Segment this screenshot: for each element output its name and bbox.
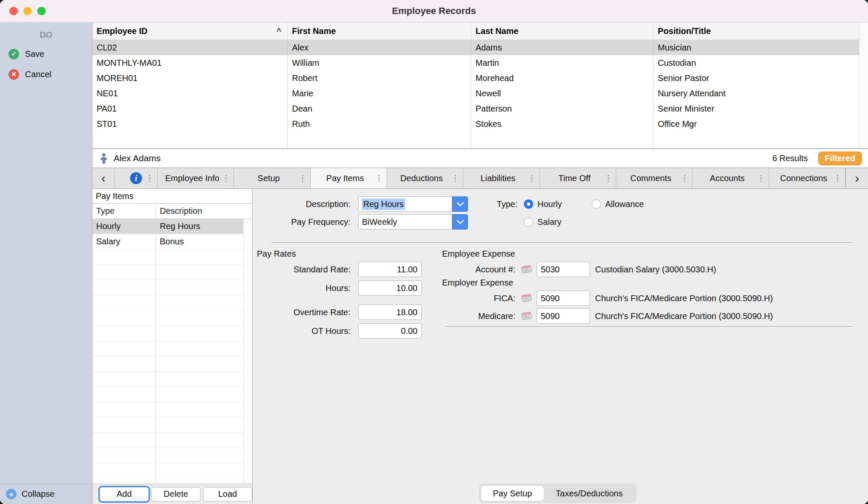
fica-label: FICA: xyxy=(442,294,515,303)
cell: Ruth xyxy=(287,116,471,132)
radio-allowance[interactable]: Allowance xyxy=(592,196,644,212)
tab-employee-info[interactable]: Employee Info⋮ xyxy=(158,168,234,188)
tab-label: Connections xyxy=(780,174,827,183)
tab-pay-setup[interactable]: Pay Setup xyxy=(481,486,544,501)
tab-connections[interactable]: Connections⋮ xyxy=(769,168,846,188)
column-header-last-name[interactable]: Last Name xyxy=(471,22,653,39)
description-dropdown-button[interactable] xyxy=(452,196,468,212)
employee-row-monthly-ma01[interactable]: MONTHLY-MA01WilliamMartinCustodian xyxy=(92,55,860,70)
medicare-label: Medicare: xyxy=(442,311,515,321)
cell: Patterson xyxy=(471,101,653,116)
account-lookup-icon[interactable] xyxy=(520,311,533,322)
radio-hourly[interactable]: Hourly xyxy=(524,196,562,212)
pay-items-list: HourlyReg HoursSalaryBonus xyxy=(92,219,252,484)
tab-menu-dots-icon[interactable]: ⋮ xyxy=(375,174,383,183)
tab-info[interactable]: i ⋮ xyxy=(115,168,158,188)
tab-pay-items[interactable]: Pay Items⋮ xyxy=(311,168,387,188)
tab-time-off[interactable]: Time Off⋮ xyxy=(540,168,616,188)
column-label: Last Name xyxy=(476,26,518,36)
tab-accounts[interactable]: Accounts⋮ xyxy=(693,168,769,188)
tab-setup[interactable]: Setup⋮ xyxy=(234,168,310,188)
sidebar-header: DO xyxy=(0,28,92,42)
pay-items-scrollbar[interactable] xyxy=(243,219,252,484)
pay-item-row-reg-hours[interactable]: HourlyReg Hours xyxy=(92,219,244,234)
description-field[interactable]: Reg Hours xyxy=(358,196,452,212)
cell: Musician xyxy=(653,40,860,55)
employee-row-pa01[interactable]: PA01DeanPattersonSenior Minister xyxy=(92,101,860,116)
account-number-label: Account #: xyxy=(442,265,515,274)
cell: Morehead xyxy=(471,70,653,86)
filtered-badge[interactable]: Filtered xyxy=(818,151,862,165)
load-button[interactable]: Load xyxy=(203,487,252,501)
employee-row-moreh01[interactable]: MOREH01RobertMoreheadSenior Pastor xyxy=(92,70,860,86)
minimize-window-button[interactable] xyxy=(23,7,32,15)
column-header-position-title[interactable]: Position/Title xyxy=(653,22,860,39)
radio-hourly-label: Hourly xyxy=(537,199,562,209)
tab-menu-dots-icon[interactable]: ⋮ xyxy=(604,174,612,183)
pay-frequency-dropdown-button[interactable] xyxy=(452,214,468,230)
description-value: Reg Hours xyxy=(362,199,405,210)
medicare-account-input[interactable] xyxy=(537,308,590,324)
chevron-down-icon xyxy=(457,220,464,224)
pay-item-empty-row xyxy=(92,311,244,326)
tab-label: Deductions xyxy=(401,174,443,183)
column-header-first-name[interactable]: First Name xyxy=(287,22,471,39)
fica-account-input[interactable] xyxy=(537,291,590,306)
cell xyxy=(92,249,156,264)
tab-taxes-deductions[interactable]: Taxes/Deductions xyxy=(544,486,634,501)
overtime-rate-input[interactable] xyxy=(358,305,422,320)
tab-label: Comments xyxy=(630,174,671,183)
main-area: DO ✓ Save ✕ Cancel « Collapse Employee I… xyxy=(0,22,868,504)
sidebar: DO ✓ Save ✕ Cancel « Collapse xyxy=(0,22,92,504)
column-header-employee-id[interactable]: Employee ID^ xyxy=(92,22,287,39)
collapse-button[interactable]: « Collapse xyxy=(0,484,92,504)
pay-item-row-bonus[interactable]: SalaryBonus xyxy=(92,234,244,249)
zoom-window-button[interactable] xyxy=(37,7,46,15)
tabs-scroll-right-button[interactable]: › xyxy=(846,168,868,188)
standard-rate-input[interactable] xyxy=(358,262,422,277)
tab-menu-dots-icon[interactable]: ⋮ xyxy=(834,174,841,183)
account-lookup-icon[interactable] xyxy=(520,264,533,275)
info-icon: i xyxy=(130,172,142,184)
tab-menu-dots-icon[interactable]: ⋮ xyxy=(222,174,230,183)
delete-button[interactable]: Delete xyxy=(151,487,200,501)
pay-item-empty-row xyxy=(92,326,244,341)
save-button[interactable]: ✓ Save xyxy=(8,45,92,62)
radio-salary-control[interactable] xyxy=(524,217,533,227)
tab-liabilities[interactable]: Liabilities⋮ xyxy=(463,168,540,188)
close-window-button[interactable] xyxy=(9,7,18,15)
employee-row-ne01[interactable]: NE01MarieNewellNursery Attendant xyxy=(92,86,860,101)
cell: MONTHLY-MA01 xyxy=(92,55,287,70)
employee-row-cl02[interactable]: CL02AlexAdamsMusician xyxy=(92,40,860,55)
tab-label: Pay Items xyxy=(326,174,364,183)
tab-menu-dots-icon[interactable]: ⋮ xyxy=(681,174,688,183)
add-button[interactable]: Add xyxy=(100,487,149,501)
ot-hours-input[interactable] xyxy=(358,323,422,339)
tab-menu-dots-icon[interactable]: ⋮ xyxy=(146,174,153,183)
pay-item-empty-row xyxy=(92,433,244,448)
cell: Reg Hours xyxy=(156,219,244,234)
table-scrollbar[interactable] xyxy=(859,22,868,148)
cell xyxy=(156,326,244,341)
radio-salary[interactable]: Salary xyxy=(524,214,562,230)
cancel-button[interactable]: ✕ Cancel xyxy=(8,66,92,83)
radio-allowance-control[interactable] xyxy=(592,199,601,209)
save-check-icon: ✓ xyxy=(8,49,19,59)
pay-item-detail-pane: Description: Reg Hours Pay Frequency: Bi… xyxy=(253,189,868,504)
tab-deductions[interactable]: Deductions⋮ xyxy=(387,168,463,188)
account-lookup-icon[interactable] xyxy=(520,293,533,304)
tab-comments[interactable]: Comments⋮ xyxy=(616,168,693,188)
pay-items-header: TypeDescription xyxy=(92,204,252,219)
tab-menu-dots-icon[interactable]: ⋮ xyxy=(451,174,459,183)
tab-menu-dots-icon[interactable]: ⋮ xyxy=(528,174,536,183)
tab-menu-dots-icon[interactable]: ⋮ xyxy=(757,174,765,183)
tab-menu-dots-icon[interactable]: ⋮ xyxy=(299,174,306,183)
cell: CL02 xyxy=(92,40,287,55)
account-number-input[interactable] xyxy=(537,262,590,277)
pay-frequency-field[interactable]: BiWeekly xyxy=(358,214,452,230)
hours-input[interactable] xyxy=(358,280,422,296)
tabs-scroll-left-button[interactable]: ‹ xyxy=(92,168,115,188)
employee-row-st01[interactable]: ST01RuthStokesOffice Mgr xyxy=(92,116,860,132)
cell xyxy=(92,387,156,402)
radio-hourly-control[interactable] xyxy=(524,199,533,209)
